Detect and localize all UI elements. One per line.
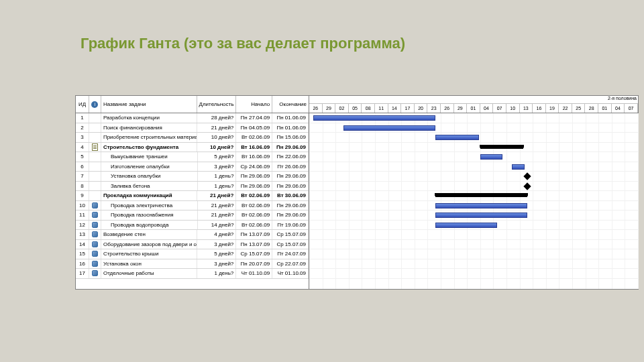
cell-end: Пт 19.06.09 [272,221,309,230]
table-row[interactable]: 11Проводка газоснабжения21 дней?Вт 02.06… [76,210,309,221]
link-icon [92,222,98,228]
slide-title: График Ганта (это за вас делает программ… [80,35,405,52]
cell-info [89,230,101,239]
link-icon [92,251,98,257]
cell-name: Оборудование зазоров под двери и окна [101,240,198,249]
cell-name: Отделочные работы [101,269,198,278]
table-row[interactable]: 1Разработка концепции28 дней?Пн 27.04.09… [76,113,309,123]
cell-info [89,123,101,133]
cell-info [89,162,101,172]
cell-name: Возведение стен [101,230,198,239]
table-row[interactable]: 10Проводка электричества21 дней?Вт 02.06… [76,201,309,211]
cell-duration: 21 дней? [198,210,237,220]
cell-end: Пн 29.06.09 [272,210,309,220]
gantt-bar[interactable] [313,115,435,121]
cell-duration: 5 дней? [198,152,237,162]
col-id[interactable]: ИД [76,96,89,113]
cell-info [89,113,101,123]
cell-duration: 3 дней? [197,259,236,269]
cell-id: 7 [76,172,89,181]
cell-start: Пн 13.07.09 [236,230,272,239]
cell-id: 15 [76,249,89,259]
cell-id: 13 [76,230,89,239]
table-row[interactable]: 9Прокладка коммуникаций21 дней?Вт 02.06.… [76,191,309,201]
timeline-day: 04 [480,104,494,113]
gantt-bar[interactable] [343,125,435,131]
timeline-day: 01 [467,104,480,113]
cell-name: Разработка концепции [101,113,198,123]
cell-start: Пн 29.06.09 [236,182,272,191]
cell-duration: 1 день? [197,269,236,278]
cell-id: 17 [76,269,89,278]
table-row[interactable]: 6Изготовление опалубки3 дней?Ср 24.06.09… [76,162,309,172]
cell-info [89,172,101,181]
gantt-bar[interactable] [480,154,502,160]
cell-end: Пн 15.06.09 [272,133,309,142]
table-row[interactable]: 12Проводка водопровода14 дней?Вт 02.06.0… [76,221,309,231]
table-row[interactable]: 17Отделочные работы1 день?Чт 01.10.09Чт … [76,269,309,279]
cell-name: Прокладка коммуникаций [101,191,198,200]
cell-duration: 5 дней? [197,249,236,259]
cell-duration: 10 дней? [197,143,236,152]
cell-name: Заливка бетона [101,182,198,191]
link-icon [92,270,98,276]
timeline-day: 26 [441,104,454,113]
cell-info [89,191,101,200]
gantt-bar[interactable] [435,213,527,218]
cell-name: Приобретение строительных материалов [101,133,198,142]
note-icon [92,143,98,151]
timeline-day: 17 [401,104,415,113]
gantt-bar[interactable] [435,223,497,228]
timeline-day: 05 [349,104,362,113]
cell-end: Ср 22.07.09 [272,259,309,269]
table-row[interactable]: 8Заливка бетона1 день?Пн 29.06.09Пн 29.0… [76,182,309,192]
cell-end: Вт 30.06.09 [272,191,309,200]
cell-info [89,221,101,230]
link-icon [92,212,98,218]
gantt-bar[interactable] [512,164,525,170]
col-start[interactable]: Начало [236,96,272,113]
table-row[interactable]: 14Оборудование зазоров под двери и окна3… [76,240,309,250]
cell-id: 1 [76,113,89,123]
timeline-day: 20 [415,104,428,113]
cell-start: Пн 04.05.09 [236,123,272,133]
cell-start: Ср 24.06.09 [236,162,272,172]
col-end[interactable]: Окончание [272,96,309,113]
table-row[interactable]: 4Строительство фундамента10 дней?Вт 16.0… [76,143,309,153]
cell-end: Чт 01.10.09 [272,269,309,278]
cell-start: Ср 15.07.09 [236,249,272,259]
gantt-bar[interactable] [480,145,524,149]
col-duration[interactable]: Длительность [197,96,236,113]
cell-id: 9 [76,191,89,200]
cell-duration: 4 дней? [197,230,236,239]
cell-info [89,143,101,152]
table-row[interactable]: 15Строительство крыши5 дней?Ср 15.07.09П… [76,249,309,259]
cell-info [89,133,101,142]
col-info[interactable]: i [89,96,101,113]
cell-start: Вт 02.06.09 [236,201,272,210]
table-row[interactable]: 16Установка окон3 дней?Пн 20.07.09Ср 22.… [76,259,309,269]
col-name[interactable]: Название задачи [101,96,197,113]
timeline-day: 29 [323,104,336,113]
cell-id: 6 [76,162,89,172]
cell-info [89,210,101,220]
cell-name: Поиск финансирования [101,123,198,133]
table-row[interactable]: 2Поиск финансирования21 дней?Пн 04.05.09… [76,123,309,133]
gantt-chart: ИД i Название задачи Длительность Начало… [75,95,639,290]
gantt-bar[interactable] [435,203,527,208]
cell-end: Пн 29.06.09 [272,201,309,210]
table-row[interactable]: 5Выкусывание траншеи5 дней?Вт 16.06.09Пн… [76,152,309,162]
cell-id: 11 [76,210,89,220]
cell-duration: 1 день? [198,172,237,181]
gantt-bar[interactable] [435,193,527,197]
table-row[interactable]: 3Приобретение строительных материалов10 … [76,133,309,143]
timeline-day: 23 [427,104,441,113]
table-row[interactable]: 13Возведение стен4 дней?Пн 13.07.09Ср 15… [76,230,309,240]
gantt-bar[interactable] [435,135,479,140]
cell-id: 2 [76,123,89,133]
cell-duration: 3 дней? [198,162,237,172]
cell-name: Изготовление опалубки [101,162,198,172]
table-row[interactable]: 7Установка опалубки1 день?Пн 29.06.09Пн … [76,172,309,182]
cell-start: Пн 20.07.09 [236,259,272,269]
timeline-day: 02 [335,104,349,113]
